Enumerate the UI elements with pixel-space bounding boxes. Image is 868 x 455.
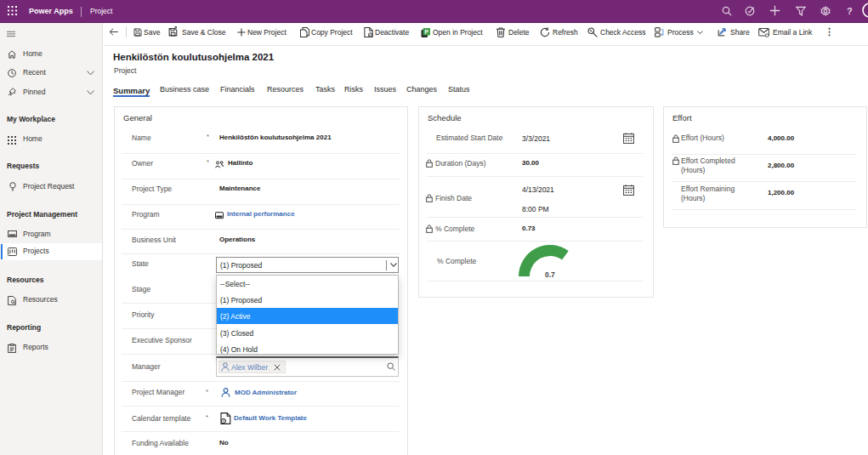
svg-text:P: P [424, 29, 428, 35]
